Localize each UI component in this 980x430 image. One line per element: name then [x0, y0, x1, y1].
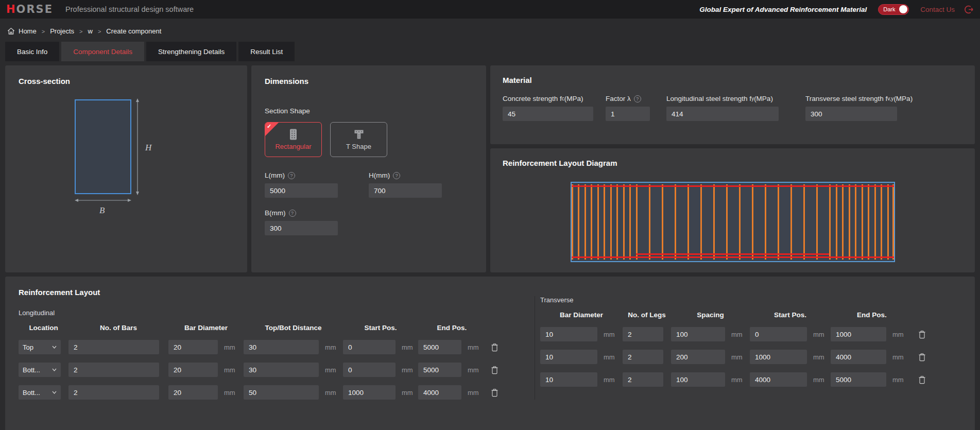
fy-input[interactable] — [666, 107, 779, 121]
bar-diameter-input[interactable] — [168, 363, 218, 377]
factor-lambda-input[interactable] — [606, 107, 650, 121]
h-input[interactable] — [369, 183, 442, 198]
trash-icon — [491, 388, 498, 397]
tab-component-details[interactable]: Component Details — [61, 42, 144, 61]
stirrup-line — [610, 184, 612, 260]
rectangular-label: Rectangular — [275, 143, 311, 150]
unit-label: mm — [731, 376, 743, 384]
tab-basic-info[interactable]: Basic Info — [5, 42, 59, 61]
theme-toggle[interactable]: Dark — [878, 4, 909, 15]
col-header: Top/Bot Distance — [244, 324, 343, 332]
end-pos-input[interactable] — [418, 363, 461, 377]
fvy-input[interactable] — [805, 107, 897, 121]
shape-rectangular-button[interactable]: ✓ Rectangular — [265, 122, 322, 157]
no-of-legs-input[interactable] — [623, 372, 663, 387]
breadcrumb-projects[interactable]: Projects — [50, 27, 74, 35]
breadcrumb-separator: > — [98, 28, 101, 35]
no-of-legs-input[interactable] — [623, 327, 663, 341]
delete-row-button[interactable] — [918, 375, 926, 384]
start-pos-input[interactable] — [343, 340, 396, 354]
b-input[interactable] — [265, 221, 338, 235]
delete-row-button[interactable] — [491, 366, 498, 374]
unit-label: mm — [325, 389, 336, 397]
theme-toggle-label: Dark — [883, 6, 895, 12]
location-select[interactable]: Top — [19, 340, 61, 354]
shape-t-button[interactable]: T Shape — [330, 122, 387, 157]
l-input[interactable] — [265, 183, 338, 198]
unit-label: mm — [468, 366, 479, 374]
bar-diameter-input[interactable] — [540, 372, 597, 387]
end-pos-input[interactable] — [418, 340, 461, 354]
chevron-down-icon — [52, 368, 57, 371]
start-pos-input[interactable] — [343, 385, 396, 400]
help-icon[interactable]: ? — [288, 172, 295, 179]
home-icon[interactable] — [7, 27, 15, 35]
bar-diameter-input[interactable] — [168, 385, 218, 400]
stirrup-line — [604, 184, 605, 260]
delete-row-button[interactable] — [918, 330, 926, 339]
start-pos-input[interactable] — [750, 350, 807, 364]
bar-diameter-input[interactable] — [168, 340, 218, 354]
dimensions-panel: Dimensions Section Shape ✓ — [251, 65, 486, 272]
end-pos-input[interactable] — [418, 385, 461, 400]
dimensions-title: Dimensions — [265, 77, 473, 85]
logout-icon[interactable] — [964, 5, 974, 14]
top-bot-distance-input[interactable] — [244, 363, 319, 377]
fc-input[interactable] — [503, 107, 593, 121]
transverse-table: Transverse Bar Diameter No. of Legs Spac… — [535, 296, 975, 400]
unit-label: mm — [892, 376, 904, 384]
fvy-label: Transverse steel strength fv,y(MPa) — [805, 95, 913, 102]
stirrup-line — [855, 184, 856, 260]
help-icon[interactable]: ? — [289, 210, 296, 217]
help-icon[interactable]: ? — [634, 95, 641, 102]
stirrup-line — [849, 184, 850, 260]
unit-label: mm — [604, 331, 615, 338]
no-of-bars-input[interactable] — [68, 363, 159, 377]
unit-label: mm — [892, 331, 904, 338]
delete-row-button[interactable] — [491, 343, 498, 352]
start-pos-input[interactable] — [750, 327, 807, 341]
unit-label: mm — [604, 353, 615, 361]
bar-diameter-input[interactable] — [540, 327, 597, 341]
longitudinal-row-3: Bott... mm mm mm mm — [19, 385, 535, 400]
end-pos-input[interactable] — [831, 327, 886, 341]
spacing-input[interactable] — [671, 350, 725, 364]
stirrup-line — [836, 184, 837, 260]
stirrup-line — [636, 184, 638, 260]
stirrup-line — [778, 184, 779, 260]
fc-label: Concrete strength fc(MPa) — [503, 95, 606, 102]
tab-strengthening-details[interactable]: Strengthening Details — [146, 42, 236, 61]
lambda-label-text: Factor λ — [606, 95, 631, 102]
transverse-row-1: mm mm mm mm — [540, 327, 975, 341]
spacing-input[interactable] — [671, 327, 725, 341]
breadcrumb-project[interactable]: w — [88, 27, 93, 35]
trash-icon — [918, 330, 926, 339]
end-pos-input[interactable] — [831, 350, 886, 364]
delete-row-button[interactable] — [491, 388, 498, 397]
l-field-label: L(mm) ? — [265, 171, 365, 179]
no-of-legs-input[interactable] — [623, 350, 663, 364]
no-of-bars-input[interactable] — [68, 340, 159, 354]
location-value: Top — [23, 343, 33, 351]
spacing-input[interactable] — [671, 372, 725, 387]
help-icon[interactable]: ? — [393, 172, 400, 179]
tab-result-list[interactable]: Result List — [238, 42, 295, 61]
col-header: Bar Diameter — [540, 311, 623, 319]
location-select[interactable]: Bott... — [19, 363, 61, 377]
contact-us-link[interactable]: Contact Us — [920, 6, 955, 13]
unit-label: mm — [813, 353, 824, 361]
reinforcement-layout-panel: Reinforcement Layout Longitudinal Locati… — [5, 277, 975, 430]
location-select[interactable]: Bott... — [19, 385, 61, 400]
reinforcement-title: Reinforcement Layout — [19, 288, 975, 297]
t-section-icon — [353, 129, 365, 140]
start-pos-input[interactable] — [343, 363, 396, 377]
top-bot-distance-input[interactable] — [244, 340, 319, 354]
bar-diameter-input[interactable] — [540, 350, 597, 364]
breadcrumb-home[interactable]: Home — [19, 27, 37, 35]
no-of-bars-input[interactable] — [68, 385, 159, 400]
top-bot-distance-input[interactable] — [244, 385, 319, 400]
l-label-text: L(mm) — [265, 171, 285, 179]
start-pos-input[interactable] — [750, 372, 807, 387]
end-pos-input[interactable] — [831, 372, 886, 387]
delete-row-button[interactable] — [918, 353, 926, 362]
